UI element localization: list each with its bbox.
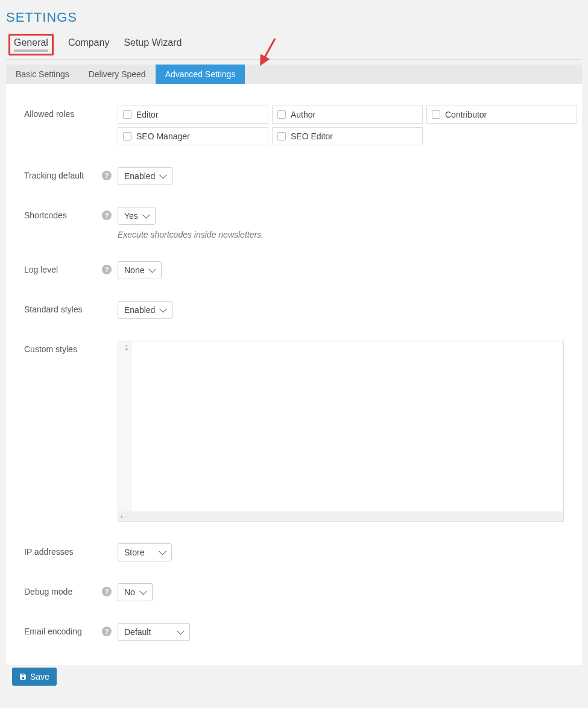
content-panel: Basic Settings Delivery Speed Advanced S… [6,65,582,665]
label-shortcodes: Shortcodes [24,210,67,220]
role-author-label: Author [291,110,315,119]
help-icon[interactable]: ? [102,210,112,220]
select-ip-addresses[interactable]: Store [118,543,172,561]
chevron-left-icon[interactable]: ‹ [121,513,123,520]
subtab-advanced-settings[interactable]: Advanced Settings [156,65,245,84]
label-tracking-default: Tracking default [24,171,84,180]
editor-hscroll[interactable]: ‹ [118,511,563,521]
editor-gutter: 1 [118,341,131,511]
role-seo-manager[interactable]: SEO Manager [118,127,268,145]
checkbox-icon [432,110,440,119]
select-email-encoding-value: Default [124,627,151,637]
role-contributor[interactable]: Contributor [426,106,577,124]
role-seo-editor[interactable]: SEO Editor [272,127,423,145]
help-icon[interactable]: ? [102,171,112,180]
label-custom-styles: Custom styles [24,344,77,354]
label-debug-mode: Debug mode [24,587,72,596]
select-standard-styles[interactable]: Enabled [118,301,172,319]
tab-general-label: General [14,37,48,48]
svg-rect-2 [22,677,25,680]
label-email-encoding: Email encoding [24,627,82,636]
select-standard-styles-value: Enabled [124,305,155,315]
role-contributor-label: Contributor [445,110,487,119]
help-icon[interactable]: ? [102,265,112,274]
select-debug-mode-value: No [124,587,135,597]
select-debug-mode[interactable]: No [118,583,153,601]
svg-rect-1 [22,674,24,676]
tab-setup-wizard[interactable]: Setup Wizard [124,34,182,59]
checkbox-icon [123,132,131,141]
label-allowed-roles: Allowed roles [24,106,118,119]
select-log-level-value: None [124,265,144,275]
checkbox-icon [123,110,131,119]
page-title: SETTINGS [6,10,582,25]
label-standard-styles: Standard styles [24,305,83,314]
help-text-shortcodes: Execute shortcodes inside newsletters. [118,230,564,239]
save-button[interactable]: Save [12,668,57,686]
save-icon [19,673,27,680]
role-seo-editor-label: SEO Editor [291,131,333,141]
select-email-encoding[interactable]: Default [118,623,190,641]
role-author[interactable]: Author [272,106,423,124]
sub-tabs: Basic Settings Delivery Speed Advanced S… [6,65,582,84]
role-editor[interactable]: Editor [118,106,268,124]
select-ip-addresses-value: Store [124,548,144,557]
save-button-label: Save [30,672,49,681]
select-tracking-default[interactable]: Enabled [118,167,172,185]
subtab-basic-settings[interactable]: Basic Settings [6,65,79,84]
label-ip-addresses: IP addresses [24,547,73,557]
role-seo-manager-label: SEO Manager [136,131,190,141]
subtab-delivery-speed[interactable]: Delivery Speed [79,65,156,84]
select-shortcodes[interactable]: Yes [118,207,156,225]
checkbox-icon [277,132,286,141]
tab-general[interactable]: General [8,34,54,55]
role-editor-label: Editor [136,110,159,119]
main-tabs: General Company Setup Wizard [6,34,582,60]
select-log-level[interactable]: None [118,261,162,279]
editor-line-number: 1 [118,344,128,352]
checkbox-icon [277,110,286,119]
select-shortcodes-value: Yes [124,211,138,221]
help-icon[interactable]: ? [102,587,112,596]
label-log-level: Log level [24,265,58,274]
custom-styles-editor[interactable]: 1 ‹ [118,341,564,522]
tab-company[interactable]: Company [68,34,109,59]
editor-code-area[interactable] [131,341,563,511]
select-tracking-default-value: Enabled [124,171,155,181]
help-icon[interactable]: ? [102,627,112,636]
